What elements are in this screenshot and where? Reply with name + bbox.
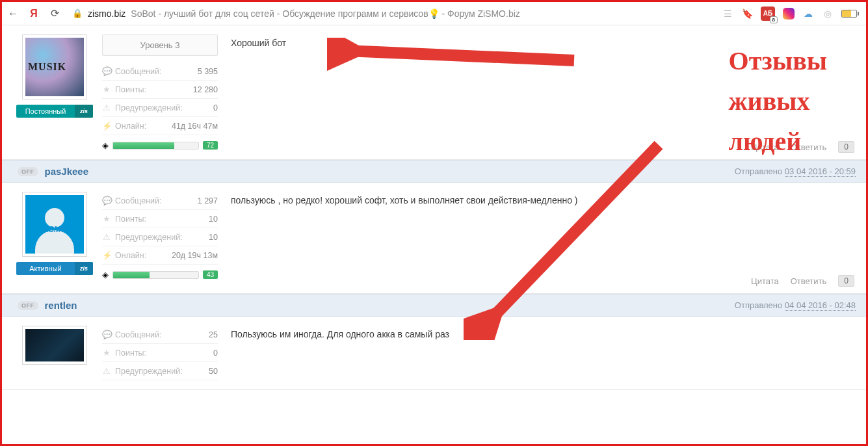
points-icon: ★ — [102, 85, 111, 94]
forum-post: ziSMO Активный zis 💬Сообщений:1 297 ★Пои… — [2, 183, 866, 294]
forum-post: 💬Сообщений:25 ★Поинты:0 ⚠Предупреждений:… — [2, 317, 866, 390]
reader-icon[interactable]: ☰ — [722, 8, 733, 20]
online-status-off: OFF — [18, 301, 38, 310]
quote-button[interactable]: Цитата — [751, 276, 779, 286]
stat-messages: 1 297 — [198, 196, 218, 205]
stat-points: 10 — [209, 215, 218, 224]
post-header: OFF pasJkeee Отправлено 03 04 2016 - 20:… — [2, 160, 866, 183]
reply-button[interactable]: Ответить — [791, 276, 827, 286]
messages-icon: 💬 — [102, 196, 111, 205]
rank-badge: Активный zis — [16, 262, 93, 275]
stat-messages: 5 395 — [198, 67, 218, 76]
progress-row: ◈ 72 — [102, 135, 218, 150]
url-domain: zismo.biz — [88, 8, 125, 19]
adblock-icon[interactable]: AБ 8 — [761, 7, 775, 21]
points-icon: ★ — [102, 214, 111, 224]
stat-warnings: 10 — [209, 233, 218, 242]
reply-count[interactable]: 0 — [838, 275, 854, 287]
page-title: SoBot - лучший бот для соц сетей - Обсуж… — [131, 8, 519, 19]
warnings-icon: ⚠ — [102, 232, 111, 242]
yandex-icon[interactable]: Я — [28, 8, 40, 20]
rank-badge: Постоянный zis — [16, 105, 93, 118]
stat-messages: 25 — [209, 330, 218, 339]
back-icon[interactable]: ← — [7, 8, 19, 20]
warnings-icon: ⚠ — [102, 366, 111, 376]
online-icon: ⚡ — [102, 121, 111, 131]
diamond-icon: ◈ — [102, 270, 109, 280]
avatar[interactable] — [22, 34, 87, 99]
post-timestamp: Отправлено 04 04 2016 - 02:48 — [735, 300, 856, 310]
level-badge: Уровень 3 — [102, 34, 218, 56]
reply-button[interactable]: Ответить — [791, 142, 827, 152]
bookmark-icon[interactable]: 🔖 — [741, 8, 753, 20]
username-link[interactable]: rentlen — [45, 300, 77, 311]
instagram-icon[interactable] — [783, 8, 795, 20]
diamond-icon: ◈ — [102, 140, 109, 150]
post-text: Пользуюсь им иногда. Для одного акка в с… — [231, 328, 854, 341]
points-icon: ★ — [102, 348, 111, 358]
battery-icon — [841, 10, 857, 18]
adblock-count: 8 — [770, 16, 778, 23]
online-status-off: OFF — [18, 167, 38, 176]
progress-value: 43 — [203, 270, 218, 279]
messages-icon: 💬 — [102, 330, 111, 339]
stat-online: 41д 16ч 47м — [172, 122, 218, 131]
url-bar[interactable]: 🔒 zismo.biz SoBot - лучший бот для соц с… — [70, 8, 713, 19]
quote-button[interactable]: Цитата — [751, 142, 779, 152]
forum-post: Постоянный zis Уровень 3 💬Сообщений:5 39… — [2, 25, 866, 160]
stat-warnings: 0 — [213, 103, 218, 112]
stat-warnings: 50 — [209, 367, 218, 376]
post-timestamp: Отправлено 03 04 2016 - 20:59 — [735, 166, 856, 176]
lock-icon: 🔒 — [72, 8, 83, 18]
progress-value: 72 — [203, 141, 218, 150]
post-text: пользуюсь , но редко! хороший софт, хоть… — [231, 194, 854, 207]
stat-online: 20д 19ч 13м — [172, 251, 218, 260]
avatar[interactable] — [22, 326, 87, 365]
progress-row: ◈ 43 — [102, 265, 218, 280]
profile-icon[interactable]: ◎ — [822, 8, 834, 20]
post-sidebar: Постоянный zis Уровень 3 💬Сообщений:5 39… — [2, 25, 224, 159]
stat-points: 12 280 — [193, 85, 218, 94]
post-sidebar: ziSMO Активный zis 💬Сообщений:1 297 ★Пои… — [2, 183, 224, 293]
reply-count[interactable]: 0 — [838, 141, 854, 153]
browser-right-icons: ☰ 🔖 AБ 8 ☁ ◎ — [722, 7, 861, 21]
warnings-icon: ⚠ — [102, 103, 111, 112]
messages-icon: 💬 — [102, 66, 111, 76]
post-text: Хороший бот — [231, 37, 854, 50]
username-link[interactable]: pasJkeee — [45, 166, 89, 177]
online-icon: ⚡ — [102, 250, 111, 260]
browser-chrome: ← Я ⟳ 🔒 zismo.biz SoBot - лучший бот для… — [2, 2, 866, 25]
reload-icon[interactable]: ⟳ — [49, 7, 60, 20]
avatar[interactable]: ziSMO — [22, 192, 87, 257]
cloud-icon[interactable]: ☁ — [802, 8, 814, 20]
post-sidebar: 💬Сообщений:25 ★Поинты:0 ⚠Предупреждений:… — [2, 317, 224, 389]
post-header: OFF rentlen Отправлено 04 04 2016 - 02:4… — [2, 294, 866, 317]
stat-points: 0 — [213, 348, 218, 358]
